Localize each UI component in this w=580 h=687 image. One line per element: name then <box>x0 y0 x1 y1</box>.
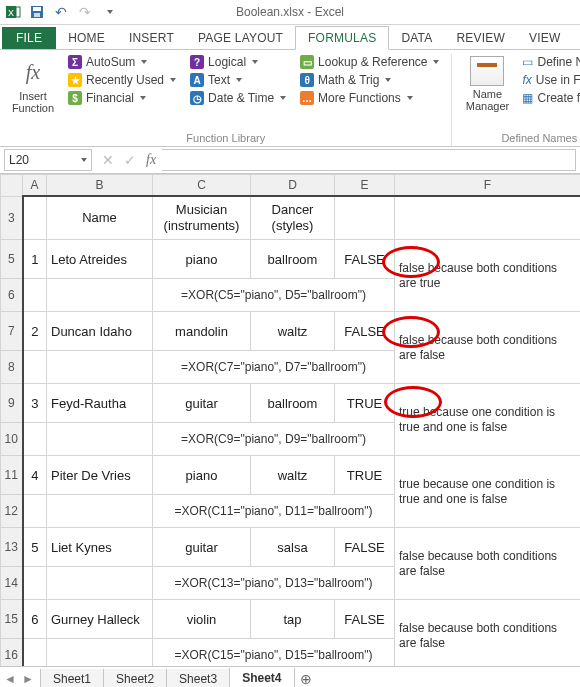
define-name-button[interactable]: ▭Define Name <box>518 54 580 70</box>
cell[interactable]: waltz <box>251 456 335 495</box>
row-header[interactable]: 9 <box>1 384 23 423</box>
redo-icon[interactable]: ↷ <box>74 2 96 22</box>
row-header[interactable]: 8 <box>1 351 23 384</box>
sheet-tab-3[interactable]: Sheet3 <box>166 669 230 688</box>
cell[interactable]: 5 <box>23 528 47 567</box>
cell[interactable] <box>23 639 47 667</box>
cell[interactable]: Liet Kynes <box>47 528 153 567</box>
cell[interactable]: false because both conditions are false <box>395 600 581 667</box>
col-header-A[interactable]: A <box>23 175 47 197</box>
col-header-E[interactable]: E <box>335 175 395 197</box>
enter-formula-icon[interactable]: ✓ <box>124 152 136 168</box>
name-box-dropdown-icon[interactable] <box>81 158 87 162</box>
tab-home[interactable]: HOME <box>56 27 117 49</box>
sheet-tab-1[interactable]: Sheet1 <box>40 669 104 688</box>
cell[interactable] <box>23 279 47 312</box>
tab-file[interactable]: FILE <box>2 27 56 49</box>
cell[interactable] <box>47 639 153 667</box>
cell[interactable]: 4 <box>23 456 47 495</box>
cell[interactable]: salsa <box>251 528 335 567</box>
cell[interactable]: 2 <box>23 312 47 351</box>
row-header[interactable]: 16 <box>1 639 23 667</box>
cell-F3[interactable] <box>395 196 581 240</box>
cell[interactable]: Leto Atreides <box>47 240 153 279</box>
col-header-B[interactable]: B <box>47 175 153 197</box>
cell[interactable]: ballroom <box>251 384 335 423</box>
col-header-D[interactable]: D <box>251 175 335 197</box>
row-header[interactable]: 13 <box>1 528 23 567</box>
math-trig-button[interactable]: θMath & Trig <box>296 72 443 88</box>
cell[interactable]: waltz <box>251 312 335 351</box>
new-sheet-button[interactable]: ⊕ <box>294 671 318 687</box>
cell[interactable]: =XOR(C5="piano", D5="ballroom") <box>153 279 395 312</box>
cell[interactable]: mandolin <box>153 312 251 351</box>
financial-button[interactable]: $Financial <box>64 90 180 106</box>
cell[interactable] <box>23 423 47 456</box>
cell[interactable]: false because both conditions are true <box>395 240 581 312</box>
name-box[interactable]: L20 <box>4 149 92 171</box>
row-header[interactable]: 11 <box>1 456 23 495</box>
more-functions-button[interactable]: …More Functions <box>296 90 443 106</box>
select-all-corner[interactable] <box>1 175 23 197</box>
cell[interactable] <box>47 495 153 528</box>
worksheet-grid[interactable]: A B C D E F 3 Name Musician (instruments… <box>0 174 580 666</box>
row-header[interactable]: 6 <box>1 279 23 312</box>
cell[interactable]: FALSE <box>335 528 395 567</box>
row-header[interactable]: 15 <box>1 600 23 639</box>
lookup-reference-button[interactable]: ▭Lookup & Reference <box>296 54 443 70</box>
cell[interactable]: piano <box>153 456 251 495</box>
name-manager-button[interactable]: Name Manager <box>462 54 512 131</box>
logical-button[interactable]: ?Logical <box>186 54 290 70</box>
cell-A3[interactable] <box>23 196 47 240</box>
cell[interactable]: tap <box>251 600 335 639</box>
row-header-3[interactable]: 3 <box>1 196 23 240</box>
cell[interactable]: 6 <box>23 600 47 639</box>
row-header[interactable]: 12 <box>1 495 23 528</box>
tab-data[interactable]: DATA <box>389 27 444 49</box>
row-header[interactable]: 14 <box>1 567 23 600</box>
tab-formulas[interactable]: FORMULAS <box>295 26 389 50</box>
cell[interactable]: FALSE <box>335 240 395 279</box>
create-from-selection-button[interactable]: ▦Create from S <box>518 90 580 106</box>
cell[interactable]: piano <box>153 240 251 279</box>
autosum-button[interactable]: ΣAutoSum <box>64 54 180 70</box>
cell[interactable] <box>23 351 47 384</box>
cell[interactable]: violin <box>153 600 251 639</box>
cell[interactable]: true because one condition is true and o… <box>395 384 581 456</box>
cell[interactable]: guitar <box>153 384 251 423</box>
cell[interactable]: 3 <box>23 384 47 423</box>
cell[interactable]: TRUE <box>335 456 395 495</box>
col-header-C[interactable]: C <box>153 175 251 197</box>
cell[interactable] <box>23 567 47 600</box>
cell[interactable] <box>47 279 153 312</box>
row-header[interactable]: 7 <box>1 312 23 351</box>
cell[interactable]: FALSE <box>335 312 395 351</box>
qat-customize-icon[interactable] <box>98 2 120 22</box>
sheet-tab-2[interactable]: Sheet2 <box>103 669 167 688</box>
cell[interactable] <box>23 495 47 528</box>
cell[interactable]: guitar <box>153 528 251 567</box>
cell[interactable]: TRUE <box>335 384 395 423</box>
tab-page-layout[interactable]: PAGE LAYOUT <box>186 27 295 49</box>
col-header-F[interactable]: F <box>395 175 581 197</box>
cell[interactable]: true because one condition is true and o… <box>395 456 581 528</box>
text-button[interactable]: AText <box>186 72 290 88</box>
cell-D3[interactable]: Dancer (styles) <box>251 196 335 240</box>
cell[interactable]: =XOR(C13="piano", D13="ballroom") <box>153 567 395 600</box>
insert-function-button[interactable]: fx Insert Function <box>8 54 58 131</box>
cell-E3[interactable] <box>335 196 395 240</box>
tab-review[interactable]: REVIEW <box>444 27 517 49</box>
sheet-tab-4[interactable]: Sheet4 <box>229 668 294 687</box>
cell-B3[interactable]: Name <box>47 196 153 240</box>
date-time-button[interactable]: ◷Date & Time <box>186 90 290 106</box>
formula-input[interactable] <box>162 149 576 171</box>
tab-insert[interactable]: INSERT <box>117 27 186 49</box>
save-icon[interactable] <box>26 2 48 22</box>
cell[interactable]: =XOR(C9="piano", D9="ballroom") <box>153 423 395 456</box>
cancel-formula-icon[interactable]: ✕ <box>102 152 114 168</box>
cell[interactable]: false because both conditions are false <box>395 528 581 600</box>
cell[interactable]: Gurney Halleck <box>47 600 153 639</box>
row-header[interactable]: 5 <box>1 240 23 279</box>
use-in-formula-button[interactable]: fxUse in Formul <box>518 72 580 88</box>
sheet-nav-prev-icon[interactable]: ◄ <box>4 672 16 686</box>
